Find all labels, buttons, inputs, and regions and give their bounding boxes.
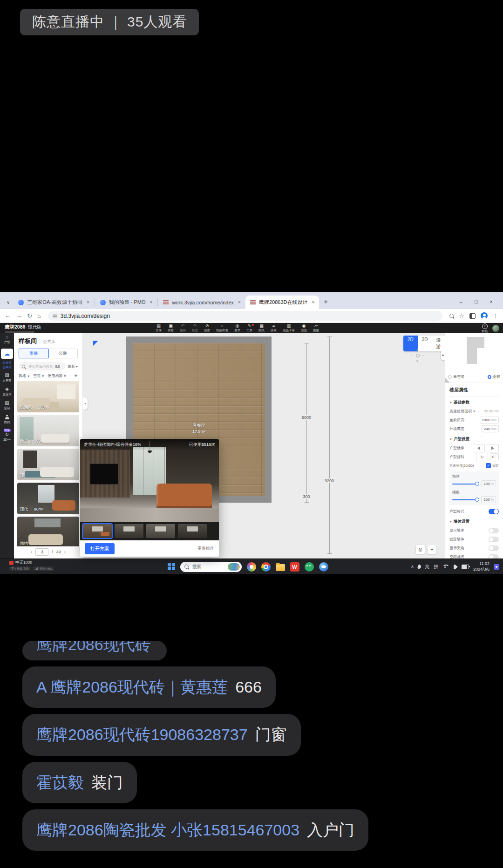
forward-icon[interactable]: → xyxy=(16,313,22,319)
browser-menu-icon[interactable]: ⋮ xyxy=(493,313,498,319)
address-bar[interactable]: 3d.3vjia.com/design xyxy=(48,311,443,321)
rail-item-enterprise[interactable]: ◈ 企业库 xyxy=(2,387,12,397)
popup-thumbnail[interactable] xyxy=(115,524,143,538)
right-panel-collapse-handle[interactable]: ▸ xyxy=(441,350,445,360)
pan-up-icon[interactable]: ∧ xyxy=(416,348,419,352)
microphone-icon[interactable] xyxy=(418,565,421,568)
prev-page-icon[interactable]: ‹ xyxy=(31,550,32,554)
toolbar-clear[interactable]: ⊘清空 xyxy=(204,324,210,332)
view-compass[interactable]: ∧ ‹ › ∨ xyxy=(409,347,426,364)
messenger-app-icon[interactable] xyxy=(319,562,328,572)
minimize-button[interactable]: – xyxy=(460,299,462,304)
zoom-icon[interactable] xyxy=(449,314,454,318)
panel-collapse-handle[interactable]: ◂ xyxy=(83,397,88,410)
locate-button[interactable]: + xyxy=(428,545,436,554)
toolbar-drawings[interactable]: ▦图纸 xyxy=(258,324,265,332)
browser-tab-1[interactable]: 三维家OA-高效源于协同 × xyxy=(14,296,94,309)
pan-left-icon[interactable]: ‹ xyxy=(411,354,412,357)
view-settings-button[interactable]: ◎ xyxy=(416,545,425,554)
battery-icon[interactable] xyxy=(462,565,469,569)
widget-chip[interactable]: 网络自动2 xyxy=(33,566,54,571)
toolbar-tools[interactable]: ✎工具 xyxy=(246,324,252,332)
popup-thumbnail[interactable] xyxy=(178,524,207,538)
back-icon[interactable]: ← xyxy=(5,313,11,319)
floor-height-input[interactable]: 2800mm xyxy=(480,417,499,424)
tab-public-decor[interactable]: 公装 xyxy=(48,349,78,358)
toolbar-gallery[interactable]: ▱图册 xyxy=(313,324,319,332)
toolbar-render[interactable]: ◉渲染 xyxy=(301,324,307,332)
search-input[interactable] xyxy=(27,364,54,369)
tray-expand-icon[interactable]: ∧ xyxy=(411,564,414,569)
template-card[interactable]: 现代 ｜ 117m² xyxy=(17,449,79,480)
rail-item-library-active[interactable]: ☁ xyxy=(1,349,13,359)
open-plan-button[interactable]: 打开方案 xyxy=(85,543,115,554)
profile-avatar-icon[interactable] xyxy=(481,312,488,319)
mode-roam-button[interactable]: 漫游 xyxy=(432,336,445,351)
wps-app-icon[interactable]: W xyxy=(290,562,299,572)
taskbar-clock[interactable]: 11:02 2024/3/6 xyxy=(473,561,489,572)
tab-search-chevron-icon[interactable]: ∨ xyxy=(7,300,10,305)
toolbar-auto-layout[interactable]: ⌂智能布置 xyxy=(216,324,228,332)
filter-space[interactable]: 空间 ∨ xyxy=(33,373,44,378)
wifi-icon[interactable] xyxy=(442,565,449,571)
photos-app-icon[interactable] xyxy=(247,562,256,572)
floor-opacity-slider[interactable] xyxy=(452,499,479,500)
template-card[interactable]: 奶油风 ｜ 165m² xyxy=(17,381,79,412)
search-input-wrap[interactable] xyxy=(19,362,65,370)
show-angle-toggle[interactable] xyxy=(489,545,499,551)
rotate-angle-input[interactable]: 0° xyxy=(490,453,499,460)
template-card[interactable]: 现代 ｜ 96m² xyxy=(17,483,79,514)
wall-opacity-value[interactable]: 100% xyxy=(481,480,496,487)
lock-checkbox[interactable]: ✓ xyxy=(486,463,491,468)
tab-close-icon[interactable]: × xyxy=(312,300,314,305)
template-card[interactable]: 欧式 ｜ 199m² xyxy=(17,415,79,446)
more-actions-link[interactable]: 更多操作 xyxy=(197,545,214,552)
bookmark-star-icon[interactable]: ☆ xyxy=(459,312,464,319)
browser-tab-2[interactable]: 我的项目 - PMO × xyxy=(95,296,157,309)
rail-item-custom[interactable]: ▧ 定制 xyxy=(4,401,10,410)
taskbar-search[interactable] xyxy=(180,562,242,572)
floor-opacity-value[interactable]: 100% xyxy=(481,496,496,503)
template-card[interactable]: 简约 ｜ 218m² xyxy=(17,517,79,546)
filter-style[interactable]: 风格 ∨ xyxy=(19,373,30,378)
section-basic-params[interactable]: ▼基础参数 xyxy=(449,400,499,405)
radio-single-space[interactable]: 单空间 xyxy=(448,374,464,379)
speaker-icon[interactable] xyxy=(454,565,455,569)
maximize-button[interactable]: □ xyxy=(475,299,478,304)
wechat-app-icon[interactable] xyxy=(305,562,314,572)
wall-thickness-input[interactable]: 240mm xyxy=(482,425,499,432)
filter-funnel-icon[interactable] xyxy=(74,375,78,377)
user-avatar[interactable] xyxy=(492,325,499,332)
windows-start-icon[interactable] xyxy=(168,563,175,571)
minimap-resize-corner[interactable] xyxy=(445,378,450,383)
section-layout-settings[interactable]: ▼户型设置 xyxy=(449,437,499,442)
close-button[interactable]: × xyxy=(490,299,493,304)
toolbar-redo[interactable]: ↷恢复 xyxy=(192,324,198,332)
lock-wall-toggle[interactable] xyxy=(489,537,499,542)
mirror-horizontal-button[interactable] xyxy=(473,444,485,452)
file-explorer-icon[interactable] xyxy=(276,564,285,571)
new-tab-button[interactable]: + xyxy=(324,297,328,305)
site-info-icon[interactable] xyxy=(53,314,57,318)
toolbar-order[interactable]: ▥成品下单 xyxy=(283,324,295,332)
popup-thumbnail-selected[interactable] xyxy=(83,524,112,538)
toolbar-undo[interactable]: ↶撤销 xyxy=(180,324,186,332)
rail-library-labels[interactable]: 企业库 公共库 xyxy=(2,360,12,370)
image-search-icon[interactable] xyxy=(55,365,60,368)
ime-pinyin-indicator[interactable]: 拼 xyxy=(434,564,438,570)
show-wall-toggle[interactable] xyxy=(489,528,499,533)
ime-english-indicator[interactable]: 英 xyxy=(425,564,429,570)
popup-thumbnail[interactable] xyxy=(146,524,175,538)
widget-chip[interactable]: 下午继续·直看 xyxy=(9,566,31,571)
page-input[interactable]: 3 xyxy=(35,548,48,556)
mirror-vertical-button[interactable] xyxy=(487,444,499,452)
toolbar-save[interactable]: ▣保存 xyxy=(168,324,174,332)
toolbar-help[interactable]: ? 帮助 xyxy=(482,323,488,333)
wall-opacity-slider[interactable] xyxy=(452,484,479,484)
home-icon[interactable]: ⌂ xyxy=(37,313,41,319)
pan-right-icon[interactable]: › xyxy=(422,354,424,357)
section-wall-settings[interactable]: ▼墙体设置 xyxy=(449,519,499,525)
next-page-icon[interactable]: › xyxy=(64,550,66,554)
toolbar-list[interactable]: ≡清单 xyxy=(271,324,277,332)
rail-item-floorplan[interactable]: ⌂ 户型 xyxy=(4,335,10,344)
